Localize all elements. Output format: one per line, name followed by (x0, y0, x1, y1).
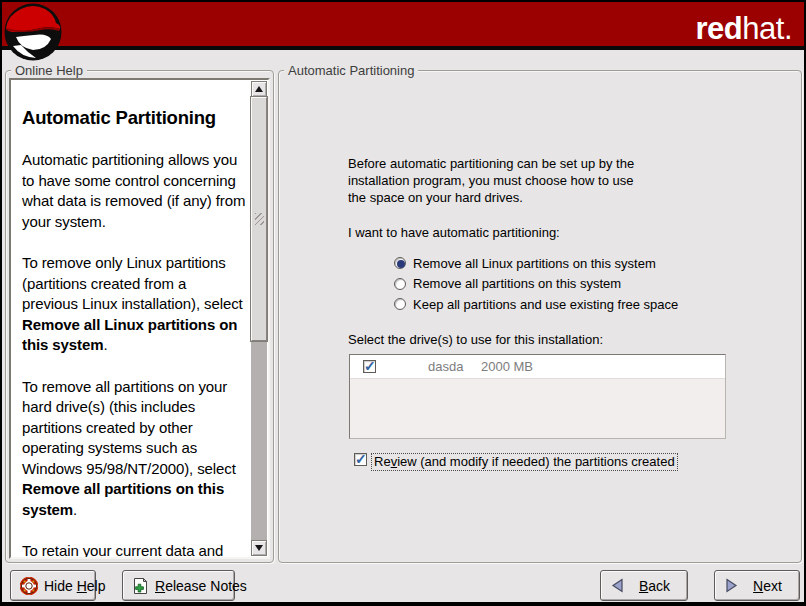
arrow-left-icon (610, 578, 625, 593)
release-notes-button[interactable]: Release Notes (122, 570, 235, 601)
radio-option-label: Remove all Linux partitions on this syst… (413, 255, 656, 272)
radio-option-remove_all[interactable]: Remove all partitions on this system (394, 274, 678, 295)
radio-option-label: Keep all partitions and use existing fre… (413, 296, 678, 313)
arrow-down-icon (255, 545, 263, 551)
online-help-frame: Online Help Automatic Partitioning Autom… (5, 70, 274, 563)
life-preserver-icon (20, 577, 38, 595)
arrow-right-icon (724, 578, 739, 593)
review-checkbox[interactable] (354, 453, 367, 466)
help-paragraph: To retain your current data and (22, 541, 246, 557)
help-paragraph: Automatic partitioning allows you to hav… (22, 150, 246, 232)
radio-option-remove_linux[interactable]: Remove all Linux partitions on this syst… (394, 253, 678, 274)
back-label: Back (631, 578, 678, 594)
drive-name: dasda (428, 359, 463, 374)
scroll-track[interactable] (251, 97, 267, 540)
back-button[interactable]: Back (600, 570, 688, 601)
drive-row-dasda[interactable]: dasda2000 MB (350, 355, 725, 379)
scroll-up-button[interactable] (251, 81, 267, 97)
help-paragraph: To remove only Linux partitions (partiti… (22, 253, 246, 356)
online-help-frame-label: Online Help (11, 63, 87, 78)
scroll-down-button[interactable] (251, 540, 267, 556)
scroll-thumb[interactable] (251, 97, 267, 341)
drive-checkbox[interactable] (363, 360, 376, 373)
radio-button-icon[interactable] (394, 298, 406, 310)
review-checkbox-label[interactable]: Review (and modify if needed) the partit… (371, 453, 678, 471)
radio-prompt: I want to have automatic partitioning: (348, 224, 560, 241)
hide-help-button[interactable]: Hide Help (10, 570, 96, 601)
drive-size: 2000 MB (481, 359, 533, 374)
radio-group: Remove all Linux partitions on this syst… (394, 253, 678, 315)
banner (2, 2, 804, 50)
drives-prompt: Select the drive(s) to use for this inst… (348, 331, 603, 348)
arrow-up-icon (255, 86, 263, 92)
scroll-grip-icon (255, 213, 264, 225)
radio-option-keep_free_space[interactable]: Keep all partitions and use existing fre… (394, 294, 678, 315)
drive-list: dasda2000 MB (349, 354, 726, 439)
next-button[interactable]: Next (714, 570, 800, 601)
help-paragraph: To remove all partitions on your hard dr… (22, 377, 246, 521)
radio-option-label: Remove all partitions on this system (413, 275, 621, 292)
hide-help-label: Hide Help (44, 578, 106, 594)
redhat-wordmark: redhat. (696, 8, 792, 48)
help-paragraphs: Automatic partitioning allows you to hav… (22, 150, 246, 557)
help-scrollbar[interactable] (251, 81, 267, 556)
installer-window: redhat. Online Help Automatic Partitioni… (0, 0, 806, 606)
radio-button-icon[interactable] (394, 257, 406, 269)
radio-button-icon[interactable] (394, 278, 406, 290)
intro-text: Before automatic partitioning can be set… (348, 155, 634, 206)
release-notes-icon (132, 577, 149, 595)
help-text-area: Automatic Partitioning Automatic partiti… (12, 80, 250, 557)
redhat-shadowman-logo-icon (3, 2, 65, 64)
review-checkbox-row[interactable]: Review (and modify if needed) the partit… (354, 453, 678, 471)
release-notes-label: Release Notes (155, 578, 247, 594)
help-title: Automatic Partitioning (22, 107, 246, 129)
help-panel: Automatic Partitioning Automatic partiti… (9, 78, 270, 559)
main-panel-frame-label: Automatic Partitioning (284, 63, 418, 78)
main-panel-frame: Automatic Partitioning (278, 70, 802, 563)
next-label: Next (745, 578, 790, 594)
